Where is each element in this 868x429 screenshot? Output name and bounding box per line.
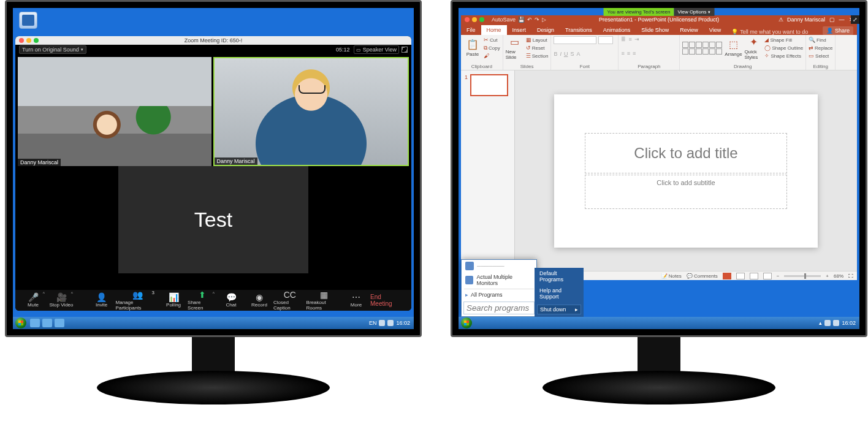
- exit-fullscreen-icon[interactable]: ⤢: [851, 15, 859, 24]
- start-right-item[interactable]: Help and Support: [535, 285, 584, 302]
- align-right-button[interactable]: ≡: [633, 50, 636, 56]
- clock[interactable]: 16:02: [842, 320, 856, 326]
- align-center-button[interactable]: ≡: [627, 50, 630, 56]
- new-slide-button[interactable]: ▭New Slide: [506, 36, 524, 59]
- minimize-icon[interactable]: —: [839, 17, 845, 23]
- stop-video-button[interactable]: 🎥Stop Video^: [47, 290, 75, 311]
- sorter-view-button[interactable]: [736, 273, 745, 279]
- thumbnail-preview[interactable]: [470, 74, 508, 96]
- taskbar-left[interactable]: EN 16:02: [13, 317, 414, 329]
- tab-file[interactable]: File: [461, 25, 481, 35]
- normal-view-button[interactable]: [723, 273, 731, 279]
- system-tray[interactable]: ▴ 16:02: [819, 320, 859, 326]
- slide-thumbnail-pane[interactable]: 1: [461, 70, 515, 271]
- slideshow-view-button[interactable]: [763, 273, 772, 279]
- chat-button[interactable]: 💬Chat: [217, 290, 245, 311]
- tab-design[interactable]: Design: [531, 25, 560, 35]
- shutdown-button[interactable]: Shut down▸: [537, 305, 581, 314]
- start-button[interactable]: [15, 317, 26, 328]
- italic-button[interactable]: I: [560, 51, 562, 57]
- font-family-select[interactable]: [554, 36, 596, 44]
- slide-thumbnail[interactable]: 1: [465, 74, 511, 96]
- record-button[interactable]: ◉Record: [245, 290, 273, 311]
- ppt-titlebar[interactable]: AutoSave 💾 ↶ ↷ ▷ Presentation1 - PowerPo…: [461, 15, 857, 24]
- align-left-button[interactable]: ≡: [621, 50, 624, 56]
- tray-chevron-icon[interactable]: ▴: [819, 320, 822, 326]
- taskbar-right[interactable]: ▴ 16:02: [459, 317, 859, 329]
- breakout-rooms-button[interactable]: ▦Breakout Rooms: [306, 290, 342, 311]
- tray-icon[interactable]: [824, 320, 831, 326]
- start-search-input[interactable]: [463, 302, 535, 314]
- arrange-button[interactable]: ⬚Arrange: [724, 36, 742, 59]
- share-screen-button[interactable]: ⬆Share Screen^: [188, 290, 217, 311]
- tab-animations[interactable]: Animations: [598, 25, 636, 35]
- reading-view-button[interactable]: [750, 273, 758, 279]
- user-name[interactable]: Danny Mariscal: [787, 17, 825, 23]
- closed-caption-button[interactable]: CCClosed Caption: [273, 290, 306, 311]
- tab-view[interactable]: View: [704, 25, 726, 35]
- section-button[interactable]: ☰Section: [526, 52, 549, 59]
- font-color-button[interactable]: A: [576, 51, 580, 57]
- notes-button[interactable]: 📝 Notes: [661, 273, 682, 279]
- polling-button[interactable]: 📊Polling: [159, 290, 188, 311]
- tray-icon[interactable]: [379, 320, 385, 326]
- start-menu[interactable]: ─────── Actual Multiple Monitors All Pro…: [461, 259, 537, 317]
- tell-me-search[interactable]: Tell me what you want to do: [731, 29, 808, 35]
- system-tray[interactable]: EN 16:02: [369, 320, 414, 326]
- taskbar-pinned-icon[interactable]: [42, 319, 52, 327]
- shape-outline-button[interactable]: ◯Shape Outline: [764, 44, 803, 51]
- cut-button[interactable]: ✂Cut: [484, 36, 500, 44]
- indent-button[interactable]: ⇥: [634, 36, 639, 42]
- find-button[interactable]: 🔍Find: [809, 36, 832, 44]
- zoom-out-button[interactable]: −: [777, 273, 780, 279]
- tab-review[interactable]: Review: [674, 25, 704, 35]
- title-placeholder[interactable]: Click to add title: [585, 133, 787, 173]
- bullets-button[interactable]: ≣: [621, 36, 626, 42]
- start-right-item[interactable]: Default Programs: [535, 268, 584, 285]
- original-sound-toggle[interactable]: Turn on Original Sound: [19, 45, 86, 54]
- paste-button[interactable]: 📋Paste: [463, 36, 482, 59]
- remote-desktop-icon[interactable]: [19, 12, 37, 29]
- start-menu-item[interactable]: ───────: [462, 260, 536, 272]
- screen-sharing-banner[interactable]: You are viewing Ted's screen View Option…: [604, 8, 715, 16]
- format-painter-button[interactable]: 🖌: [484, 52, 500, 59]
- tab-slideshow[interactable]: Slide Show: [636, 25, 674, 35]
- speaker-view-toggle[interactable]: Speaker View: [354, 45, 399, 54]
- shape-effects-button[interactable]: ✧Shape Effects: [764, 52, 803, 59]
- zoom-titlebar[interactable]: Zoom Meeting ID: 650-!: [15, 36, 411, 45]
- tab-transitions[interactable]: Transitions: [560, 25, 598, 35]
- video-tile[interactable]: Danny Mariscal: [18, 57, 211, 166]
- slide-canvas[interactable]: Click to add title Click to add subtitle: [554, 94, 818, 248]
- start-menu-right-pane[interactable]: Default Programs Help and Support Shut d…: [535, 268, 584, 317]
- language-indicator[interactable]: EN: [369, 320, 377, 326]
- font-size-select[interactable]: [598, 36, 613, 44]
- tab-insert[interactable]: Insert: [507, 25, 532, 35]
- mute-button[interactable]: 🎤Mute^: [19, 290, 47, 311]
- zoom-level[interactable]: 68%: [834, 273, 843, 279]
- start-menu-item[interactable]: Actual Multiple Monitors: [462, 272, 536, 288]
- numbering-button[interactable]: ≡: [628, 36, 631, 42]
- share-button[interactable]: 👤Share: [823, 26, 853, 35]
- clock[interactable]: 16:02: [396, 320, 410, 326]
- tray-icon[interactable]: [833, 320, 839, 326]
- reset-button[interactable]: ↺Reset: [526, 44, 549, 51]
- shape-fill-button[interactable]: ◢Shape Fill: [764, 36, 803, 44]
- comments-button[interactable]: 💬 Comments: [687, 273, 718, 279]
- invite-button[interactable]: 👤Invite: [88, 290, 116, 311]
- all-programs-button[interactable]: All Programs: [462, 290, 536, 300]
- end-meeting-button[interactable]: End Meeting: [370, 294, 408, 307]
- bold-button[interactable]: B: [554, 51, 557, 57]
- manage-participants-button[interactable]: 👥Manage Participants3: [116, 290, 159, 311]
- tab-home[interactable]: Home: [481, 25, 507, 35]
- quick-styles-button[interactable]: ✦Quick Styles: [744, 36, 763, 59]
- start-button[interactable]: [461, 317, 472, 328]
- tray-icon[interactable]: [387, 320, 394, 326]
- select-button[interactable]: ▭Select: [809, 52, 832, 59]
- taskbar-pinned-icon[interactable]: [55, 319, 64, 327]
- ribbon-options-icon[interactable]: ▢: [829, 17, 835, 23]
- fit-to-window-button[interactable]: ⛶: [848, 273, 853, 279]
- more-button[interactable]: ⋯More: [342, 290, 370, 311]
- shapes-gallery[interactable]: [682, 42, 722, 55]
- chevron-right-icon[interactable]: ▸: [575, 306, 578, 313]
- zoom-in-button[interactable]: +: [826, 273, 829, 279]
